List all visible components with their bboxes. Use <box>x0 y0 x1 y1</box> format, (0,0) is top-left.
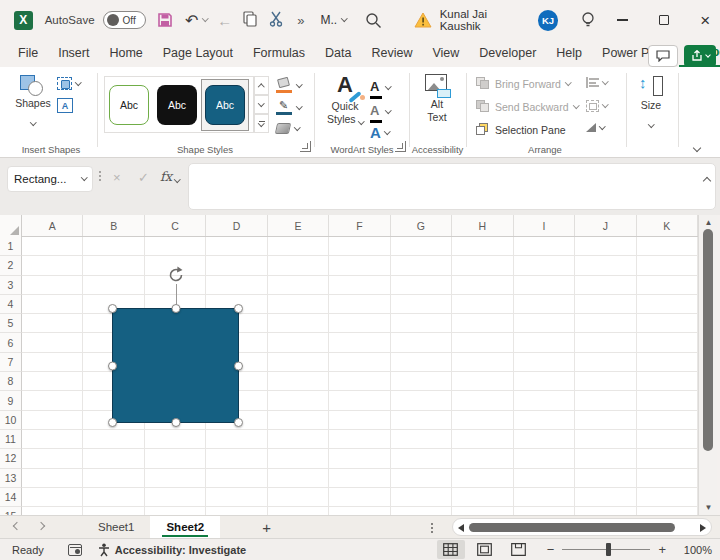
cell-K14[interactable] <box>637 488 698 507</box>
cell-E10[interactable] <box>268 411 329 430</box>
cell-H14[interactable] <box>452 488 513 507</box>
shape-effects-button[interactable] <box>276 123 300 134</box>
cell-H11[interactable] <box>452 430 513 449</box>
cell-H4[interactable] <box>452 295 513 314</box>
cell-C9[interactable] <box>145 391 206 410</box>
add-sheet-button[interactable]: + <box>262 519 271 536</box>
save-icon[interactable] <box>157 12 173 28</box>
formula-input[interactable] <box>188 163 716 210</box>
column-header-F[interactable]: F <box>329 215 390 236</box>
cell-H7[interactable] <box>452 353 513 372</box>
cell-C14[interactable] <box>145 488 206 507</box>
cell-K12[interactable] <box>637 449 698 468</box>
cell-C3[interactable] <box>145 276 206 295</box>
cell-E3[interactable] <box>268 276 329 295</box>
cell-E12[interactable] <box>268 449 329 468</box>
column-header-C[interactable]: C <box>145 215 206 236</box>
cell-H12[interactable] <box>452 449 513 468</box>
row-header-5[interactable]: 5 <box>0 314 22 333</box>
cell-E13[interactable] <box>268 469 329 488</box>
ribbon-tab-formulas[interactable]: Formulas <box>243 42 315 66</box>
cell-D14[interactable] <box>206 488 267 507</box>
cell-G7[interactable] <box>391 353 452 372</box>
cell-B11[interactable] <box>83 430 144 449</box>
cell-G3[interactable] <box>391 276 452 295</box>
scroll-up-icon[interactable]: ▲ <box>699 218 718 227</box>
cell-E7[interactable] <box>268 353 329 372</box>
cell-B2[interactable] <box>83 256 144 275</box>
ribbon-tab-help[interactable]: Help <box>546 42 592 66</box>
cell-F10[interactable] <box>329 411 390 430</box>
row-header-15[interactable]: 15 <box>0 507 22 515</box>
cell-A14[interactable] <box>22 488 83 507</box>
cell-E1[interactable] <box>268 237 329 256</box>
scroll-down-icon[interactable]: ▼ <box>699 503 718 512</box>
cell-J7[interactable] <box>575 353 636 372</box>
row-header-2[interactable]: 2 <box>0 256 22 275</box>
cell-H1[interactable] <box>452 237 513 256</box>
ribbon-tab-developer[interactable]: Developer <box>469 42 546 66</box>
cell-K11[interactable] <box>637 430 698 449</box>
ribbon-tab-file[interactable]: File <box>8 42 48 66</box>
cell-I14[interactable] <box>514 488 575 507</box>
cell-I4[interactable] <box>514 295 575 314</box>
align-button[interactable] <box>586 77 608 88</box>
horizontal-scrollbar[interactable] <box>452 518 712 536</box>
column-header-H[interactable]: H <box>452 215 513 236</box>
styles-scroll-down[interactable] <box>254 95 269 114</box>
cell-A3[interactable] <box>22 276 83 295</box>
cell-J10[interactable] <box>575 411 636 430</box>
cell-B12[interactable] <box>83 449 144 468</box>
shape-style-thumbnail-1[interactable]: Abc <box>105 79 153 131</box>
cell-B10[interactable] <box>83 411 144 430</box>
share-button[interactable] <box>684 45 716 67</box>
row-header-13[interactable]: 13 <box>0 469 22 488</box>
text-effects-button[interactable]: A <box>370 125 389 140</box>
cell-B1[interactable] <box>83 237 144 256</box>
accessibility-status[interactable]: Accessibility: Investigate <box>98 543 246 557</box>
rotate-button[interactable] <box>586 123 605 132</box>
cell-G1[interactable] <box>391 237 452 256</box>
cell-C7[interactable] <box>145 353 206 372</box>
cell-G10[interactable] <box>391 411 452 430</box>
zoom-slider[interactable] <box>562 549 650 550</box>
cell-I3[interactable] <box>514 276 575 295</box>
cell-H2[interactable] <box>452 256 513 275</box>
cell-K2[interactable] <box>637 256 698 275</box>
cell-F5[interactable] <box>329 314 390 333</box>
shape-style-thumbnail-3[interactable]: Abc <box>201 79 249 131</box>
ribbon-tab-review[interactable]: Review <box>361 42 422 66</box>
vertical-scrollbar[interactable]: ▲ ▼ <box>698 215 717 515</box>
document-menu[interactable]: M.. <box>321 13 347 27</box>
column-header-B[interactable]: B <box>83 215 144 236</box>
cell-J14[interactable] <box>575 488 636 507</box>
cell-G5[interactable] <box>391 314 452 333</box>
cell-F11[interactable] <box>329 430 390 449</box>
cell-G6[interactable] <box>391 333 452 352</box>
cell-K10[interactable] <box>637 411 698 430</box>
cell-H8[interactable] <box>452 372 513 391</box>
undo-icon[interactable]: ↶ <box>185 11 207 30</box>
ribbon-collapse-button[interactable] <box>694 137 700 155</box>
row-header-8[interactable]: 8 <box>0 372 22 391</box>
cell-D4[interactable] <box>206 295 267 314</box>
cell-C6[interactable] <box>145 333 206 352</box>
insert-function-button[interactable]: fx <box>160 169 180 184</box>
cell-D2[interactable] <box>206 256 267 275</box>
text-fill-button[interactable]: A <box>370 77 391 99</box>
quick-styles-button[interactable]: A QuickStyles <box>322 74 368 126</box>
search-icon[interactable] <box>365 12 382 29</box>
cell-K15[interactable] <box>637 507 698 515</box>
column-header-E[interactable]: E <box>268 215 329 236</box>
lightbulb-icon[interactable] <box>581 12 595 29</box>
cell-G2[interactable] <box>391 256 452 275</box>
comments-button[interactable] <box>648 45 678 67</box>
cell-I7[interactable] <box>514 353 575 372</box>
cell-I13[interactable] <box>514 469 575 488</box>
cell-J9[interactable] <box>575 391 636 410</box>
minimize-button[interactable] <box>607 5 637 35</box>
cell-E11[interactable] <box>268 430 329 449</box>
sheet-tab-sheet1[interactable]: Sheet1 <box>82 516 150 539</box>
cell-H9[interactable] <box>452 391 513 410</box>
cell-A9[interactable] <box>22 391 83 410</box>
